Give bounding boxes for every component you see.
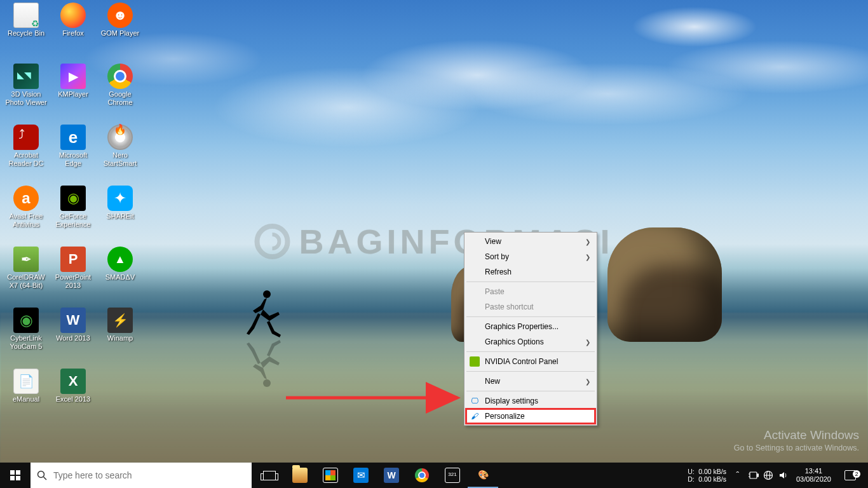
context-menu-item-label: Personalize: [485, 412, 525, 421]
svg-rect-10: [757, 474, 758, 477]
context-menu-item[interactable]: NVIDIA Control Panel: [466, 354, 595, 369]
desktop-icon-label: CorelDRAW X7 (64-Bit): [3, 273, 49, 290]
context-menu-item[interactable]: Graphics Properties...: [466, 319, 595, 334]
context-menu-separator: [466, 281, 595, 282]
app-icon: [60, 369, 86, 394]
context-menu-separator: [466, 316, 595, 317]
desktop-icon[interactable]: SMADΔV: [97, 247, 144, 281]
desktop-icon-label: Recycle Bin: [8, 29, 44, 37]
desktop-icon-label: GeForce Experience: [50, 212, 96, 229]
app-icon: [60, 308, 86, 333]
taskbar-date: 03/08/2020: [796, 475, 831, 484]
desktop-icon-label: Word 2013: [56, 334, 90, 342]
mail-icon: [353, 468, 369, 483]
activate-windows-watermark: Activate Windows Go to Settings to activ…: [734, 428, 859, 452]
context-menu-item: Paste: [466, 284, 595, 299]
app-icon: ☻: [107, 3, 133, 28]
context-menu-item[interactable]: 🖌Personalize: [466, 409, 595, 424]
desktop-context-menu: View❯Sort by❯RefreshPastePaste shortcutG…: [464, 232, 597, 426]
desktop-icon[interactable]: eManual: [3, 369, 50, 403]
desktop-icon[interactable]: Nero StartSmart: [97, 125, 144, 168]
taskbar-app-mail[interactable]: [346, 463, 376, 488]
context-menu-item-label: NVIDIA Control Panel: [485, 357, 558, 366]
context-menu-item[interactable]: Refresh: [466, 264, 595, 280]
context-menu-item[interactable]: Sort by❯: [466, 249, 595, 264]
app-icon: [13, 3, 39, 28]
taskbar-tray: U: 0.00 kB/s D: 0.00 kB/s ˆ 13:41 03/08/…: [684, 463, 868, 488]
tray-battery-icon[interactable]: [745, 471, 761, 479]
activate-title: Activate Windows: [734, 428, 859, 442]
context-menu-separator: [466, 351, 595, 352]
file-explorer-icon: [292, 468, 308, 483]
desktop-icon[interactable]: KMPlayer: [50, 64, 97, 98]
task-view-icon: [263, 471, 276, 480]
notification-badge: 2: [853, 470, 860, 478]
submenu-arrow-icon: ❯: [585, 378, 590, 385]
desktop-icon[interactable]: Word 2013: [50, 308, 97, 342]
app-icon: [107, 64, 133, 89]
desktop-icon-label: 3D Vision Photo Viewer: [3, 90, 49, 107]
context-menu-item[interactable]: Graphics Options❯: [466, 334, 595, 349]
desktop-icon[interactable]: GeForce Experience: [50, 186, 97, 229]
nvidia-icon: [470, 356, 480, 367]
taskbar-clock[interactable]: 13:41 03/08/2020: [791, 467, 836, 484]
paint-icon: 🎨: [475, 467, 491, 482]
desktop-icon[interactable]: Acrobat Reader DC: [3, 125, 50, 168]
desktop-icon-label: Google Chrome: [97, 90, 143, 107]
microsoft-store-icon: [323, 468, 338, 483]
context-menu-item: Paste shortcut: [466, 299, 595, 315]
start-button[interactable]: [0, 463, 31, 488]
svg-point-7: [37, 471, 44, 478]
desktop-icon[interactable]: Firefox: [50, 3, 97, 37]
submenu-arrow-icon: ❯: [585, 339, 590, 346]
activate-subtitle: Go to Settings to activate Windows.: [734, 444, 859, 452]
tray-network-icon[interactable]: [761, 470, 776, 480]
netspeed-up-label: U:: [688, 468, 696, 475]
context-menu-item[interactable]: View❯: [466, 234, 595, 249]
desktop-icon[interactable]: PowerPoint 2013: [50, 247, 97, 290]
search-icon: [31, 470, 53, 480]
svg-rect-9: [750, 472, 757, 478]
taskbar-app-media-player[interactable]: [437, 463, 468, 488]
desktop-icon[interactable]: Google Chrome: [97, 64, 144, 107]
context-menu-item[interactable]: New❯: [466, 374, 595, 389]
context-menu-item-label: Refresh: [485, 268, 512, 276]
search-input[interactable]: [53, 470, 252, 480]
taskbar-app-paint[interactable]: 🎨: [468, 463, 498, 488]
desktop-icon[interactable]: Avast Free Antivirus: [3, 186, 50, 229]
desktop-icon[interactable]: ☻GOM Player: [97, 3, 144, 37]
desktop-icon-label: Excel 2013: [56, 395, 90, 403]
desktop-icon-label: PowerPoint 2013: [50, 273, 96, 290]
desktop-icon[interactable]: 3D Vision Photo Viewer: [3, 64, 50, 107]
desktop-icon[interactable]: CorelDRAW X7 (64-Bit): [3, 247, 50, 290]
tray-overflow-button[interactable]: ˆ: [730, 470, 745, 480]
desktop-icon[interactable]: Microsoft Edge: [50, 125, 97, 168]
desktop-icon[interactable]: Recycle Bin: [3, 3, 50, 37]
app-icon: [13, 186, 39, 211]
taskbar-app-file-explorer[interactable]: [285, 463, 315, 488]
action-center-button[interactable]: 2: [836, 470, 864, 480]
taskbar-app-chrome[interactable]: [407, 463, 437, 488]
tray-volume-icon[interactable]: [776, 470, 791, 480]
media-player-icon: [445, 468, 460, 483]
desktop-icon[interactable]: CyberLink YouCam 5: [3, 308, 50, 351]
desktop-icon-label: SHAREit: [106, 212, 133, 220]
svg-rect-4: [16, 470, 20, 475]
app-icon: [60, 186, 86, 211]
chrome-icon: [415, 468, 429, 482]
desktop-icon-label: Acrobat Reader DC: [3, 151, 49, 168]
desktop-icon[interactable]: Excel 2013: [50, 369, 97, 403]
context-menu-item[interactable]: 🖵Display settings: [466, 393, 595, 409]
app-icon: [13, 247, 39, 272]
desktop-icon[interactable]: SHAREit: [97, 186, 144, 220]
taskbar-app-word[interactable]: [376, 463, 407, 488]
taskbar-search[interactable]: [31, 463, 252, 488]
network-speed-indicator[interactable]: U: 0.00 kB/s D: 0.00 kB/s: [684, 468, 730, 483]
context-menu-separator: [466, 391, 595, 391]
svg-rect-3: [10, 470, 15, 475]
task-view-button[interactable]: [254, 463, 285, 488]
desktop-icon[interactable]: Winamp: [97, 308, 144, 342]
app-icon: [60, 125, 86, 150]
app-icon: [107, 186, 133, 211]
taskbar-app-store[interactable]: [315, 463, 346, 488]
